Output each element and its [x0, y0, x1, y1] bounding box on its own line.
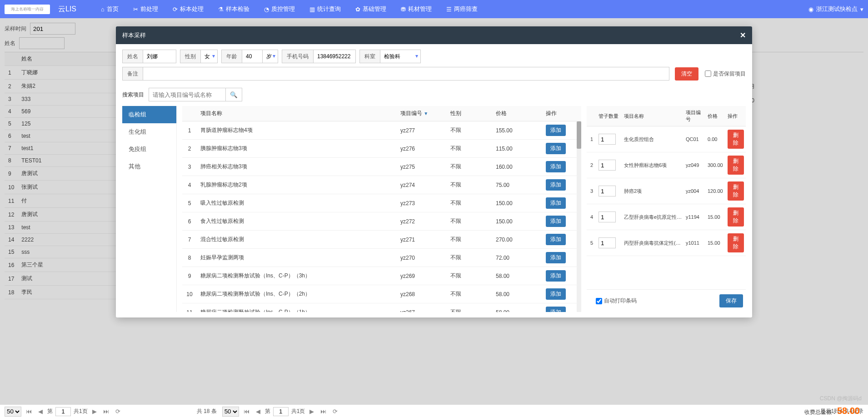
- user-name: 浙江测试快检点: [816, 5, 858, 13]
- nav-icon: ⟳: [173, 6, 178, 13]
- nav-icon: ⌂: [101, 6, 105, 13]
- user-icon: ◉: [808, 6, 813, 13]
- nav-icon: ✂: [133, 6, 138, 13]
- nav-item-6[interactable]: ✿基础管理: [349, 0, 393, 18]
- caret-down-icon: ▾: [860, 6, 863, 13]
- nav-item-1[interactable]: ✂前处理: [127, 0, 165, 18]
- nav-item-2[interactable]: ⟳标本处理: [166, 0, 210, 18]
- nav-item-8[interactable]: ☰两癌筛查: [440, 0, 484, 18]
- nav-icon: ☰: [446, 6, 452, 13]
- logo: 海上名称唯一内容: [5, 5, 50, 14]
- nav-icon: ⛃: [401, 6, 406, 13]
- nav-item-5[interactable]: ▥统计查询: [303, 0, 347, 18]
- nav-item-4[interactable]: ◔质控管理: [258, 0, 301, 18]
- nav-icon: ▥: [309, 6, 315, 13]
- top-nav: 海上名称唯一内容 云LIS ⌂首页✂前处理⟳标本处理⚗样本检验◔质控管理▥统计查…: [0, 0, 868, 18]
- nav-item-7[interactable]: ⛃耗材管理: [394, 0, 438, 18]
- nav-item-3[interactable]: ⚗样本检验: [212, 0, 256, 18]
- nav-icon: ◔: [264, 6, 269, 13]
- brand: 云LIS: [58, 5, 76, 14]
- nav-icon: ⚗: [218, 6, 224, 13]
- nav-icon: ✿: [355, 6, 360, 13]
- user-menu[interactable]: ◉ 浙江测试快检点 ▾: [808, 5, 863, 13]
- nav-item-0[interactable]: ⌂首页: [95, 0, 125, 18]
